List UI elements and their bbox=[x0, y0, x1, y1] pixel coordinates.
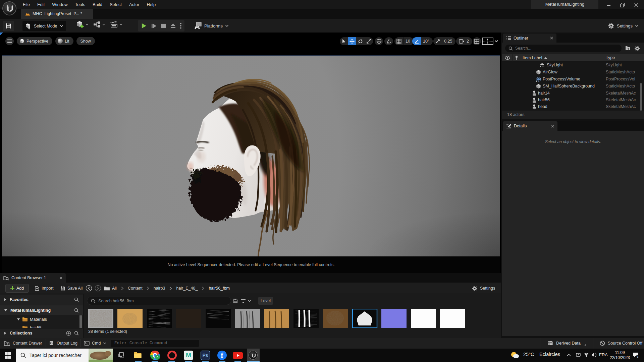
svg-text:3: 3 bbox=[637, 355, 639, 358]
